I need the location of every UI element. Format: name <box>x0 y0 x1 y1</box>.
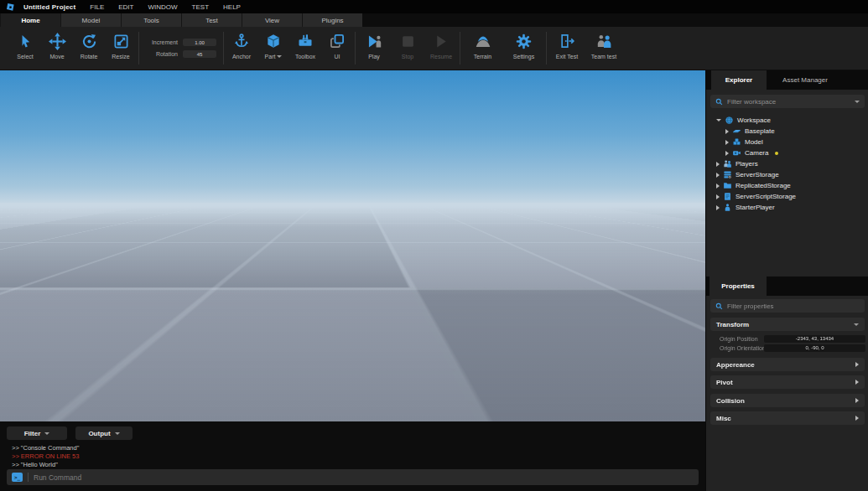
ui-button[interactable]: UI <box>321 27 353 70</box>
terminal-prompt-icon: >_ <box>12 473 23 482</box>
part-label: Part <box>265 54 283 59</box>
tab-model[interactable]: Model <box>60 13 121 27</box>
stop-icon <box>398 31 418 51</box>
toolbar-separator <box>138 32 139 65</box>
tree-item-label: Workspace <box>737 116 771 124</box>
exit-door-icon <box>557 31 577 51</box>
chevron-right-icon[interactable] <box>716 205 720 210</box>
move-tool-button[interactable]: Move <box>41 27 73 70</box>
camera-icon <box>732 148 741 158</box>
resume-button[interactable]: Resume <box>424 27 458 70</box>
section-appereance[interactable]: Appereance <box>710 358 865 371</box>
tree-item-players[interactable]: Players <box>706 158 868 169</box>
tree-item-starterplayer[interactable]: StarterPlayer <box>706 202 868 213</box>
tree-item-model[interactable]: Model <box>706 137 868 147</box>
chevron-right-icon[interactable] <box>716 183 720 189</box>
separator <box>28 473 29 482</box>
toolbox-icon <box>295 31 315 51</box>
play-label: Play <box>368 54 380 59</box>
settings-button[interactable]: Settings <box>503 27 544 70</box>
tab-tools[interactable]: Tools <box>121 13 181 27</box>
3d-viewport[interactable] <box>0 70 705 421</box>
tree-item-workspace[interactable]: Workspace <box>706 115 868 126</box>
console-line: >> "Console Command" <box>12 444 79 452</box>
menu-help[interactable]: HELP <box>223 3 241 11</box>
section-collision[interactable]: Collision <box>710 394 865 407</box>
explorer-filter-input[interactable] <box>727 98 850 106</box>
console-line: >> "Hello World" <box>12 461 58 468</box>
resize-tool-button[interactable]: Resize <box>105 27 137 70</box>
tab-view[interactable]: View <box>242 13 302 27</box>
snap-settings-group: Increment Rotation <box>141 27 221 70</box>
menu-edit[interactable]: EDIT <box>118 3 133 11</box>
tab-explorer[interactable]: Explorer <box>711 70 767 90</box>
section-misc[interactable]: Misc <box>710 411 865 425</box>
resize-tool-label: Resize <box>112 54 129 59</box>
exit-test-button[interactable]: Exit Test <box>548 27 585 70</box>
folder-icon <box>723 181 732 190</box>
search-icon <box>715 302 723 310</box>
properties-filter-input[interactable] <box>727 302 860 310</box>
tree-item-replicatedstorage[interactable]: ReplicatedStorage <box>706 180 868 191</box>
chevron-right-icon[interactable] <box>716 162 720 167</box>
section-transform[interactable]: Transform <box>710 318 865 331</box>
tree-item-label: ReplicatedStorage <box>735 182 791 189</box>
console-error-line: >> ERROR ON LINE 53 <box>12 452 79 460</box>
move-arrows-icon <box>47 31 67 51</box>
output-mode-button[interactable]: Output <box>75 426 133 440</box>
main-toolbar: Select Move Rotate <box>0 27 868 70</box>
part-button[interactable]: Part <box>257 27 289 70</box>
tree-item-serverscriptstorage[interactable]: ServerScriptStorage <box>706 191 868 202</box>
tree-item-camera[interactable]: Camera <box>706 147 868 158</box>
origin-orientation-value[interactable]: 0, -90, 0 <box>764 344 865 352</box>
tree-item-label: Camera <box>745 149 768 157</box>
part-dropdown-caret[interactable] <box>277 55 282 58</box>
resize-arrow-icon <box>111 31 131 51</box>
chevron-right-icon[interactable] <box>725 140 729 145</box>
exit-test-label: Exit Test <box>556 54 578 59</box>
menu-test[interactable]: TEST <box>192 3 209 11</box>
chevron-right-icon[interactable] <box>725 151 729 156</box>
title-bar: Untitled Project FILE EDIT WINDOW TEST H… <box>0 0 868 13</box>
toolbar-separator <box>460 32 460 65</box>
run-command-input[interactable] <box>34 473 694 482</box>
play-icon <box>364 31 384 51</box>
properties-filter-box <box>710 299 865 313</box>
play-button[interactable]: Play <box>357 27 391 70</box>
toolbox-button[interactable]: Toolbox <box>289 27 321 70</box>
anchor-button[interactable]: Anchor <box>226 27 257 70</box>
chevron-right-icon[interactable] <box>716 173 720 178</box>
filter-dropdown-caret[interactable] <box>855 101 860 103</box>
transform-tools-group: Select Move Rotate <box>9 27 137 70</box>
chevron-right-icon[interactable] <box>716 194 720 199</box>
chevron-right-icon <box>855 416 859 421</box>
tab-test[interactable]: Test <box>181 13 242 27</box>
rotate-tool-button[interactable]: Rotate <box>73 27 105 70</box>
terrain-mountain-icon <box>473 31 493 51</box>
tab-home[interactable]: Home <box>0 13 60 27</box>
explorer-tab-strip: Explorer Asset Manager <box>706 70 868 90</box>
section-label: Misc <box>716 415 855 422</box>
section-pivot[interactable]: Pivot <box>710 375 865 389</box>
output-panel: Filter Output >> "Console Command" >> ER… <box>0 421 705 491</box>
origin-position-value[interactable]: -2343, 43, 13434 <box>764 335 865 343</box>
tree-item-serverstorage[interactable]: ServerStorage <box>706 169 868 180</box>
tab-asset-manager[interactable]: Asset Manager <box>767 70 844 90</box>
chevron-right-icon[interactable] <box>725 129 729 134</box>
tree-item-baseplate[interactable]: Baseplate <box>706 126 868 137</box>
rotation-field[interactable] <box>183 50 216 58</box>
chevron-down-icon[interactable] <box>716 119 721 121</box>
increment-field[interactable] <box>183 39 216 46</box>
select-tool-button[interactable]: Select <box>9 27 41 70</box>
tab-properties[interactable]: Properties <box>709 277 767 296</box>
team-test-button[interactable]: Team test <box>585 27 622 70</box>
stop-button[interactable]: Stop <box>391 27 424 70</box>
terrain-button[interactable]: Terrain <box>462 27 503 70</box>
chevron-right-icon <box>855 362 859 367</box>
menu-file[interactable]: FILE <box>90 3 104 11</box>
output-filter-button[interactable]: Filter <box>7 426 67 440</box>
toolbar-separator <box>546 32 547 65</box>
move-tool-label: Move <box>49 54 64 59</box>
menu-window[interactable]: WINDOW <box>148 3 177 11</box>
tab-plugins[interactable]: Plugins <box>302 13 362 27</box>
